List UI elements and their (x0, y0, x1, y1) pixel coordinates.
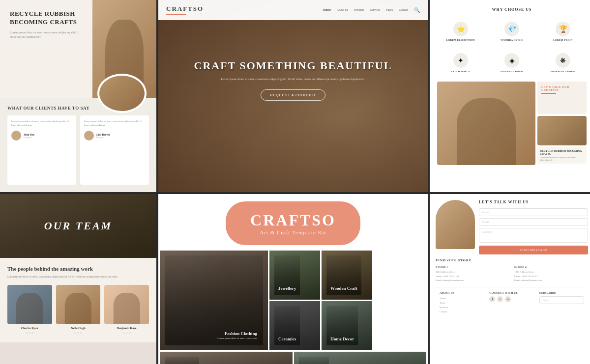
why-item-label-3: ETIAM DOLCE (439, 70, 482, 73)
why-item-2: 🏆 LOREM PROIN (539, 18, 587, 45)
why-item-label-4: VIVERRA LOREM (490, 70, 533, 73)
why-item-1: 💎 VIVERRA QUILIS (488, 18, 535, 45)
form-field-message[interactable]: Message (479, 228, 588, 243)
why-item-0: ⭐ LOREM ELICITATION (437, 18, 484, 45)
ceramics-label-area: Ceramics (274, 306, 300, 345)
product-grid: Fashion Clothing Lorem ipsum dolor sit a… (158, 249, 428, 352)
recycle-testimonials-cell: RECYCLE RUBBISH BECOMING CRAFTS Lorem ip… (0, 0, 156, 192)
form-field-name[interactable]: Name (479, 208, 588, 216)
recycle-right-desc: Lorem ipsum dolor sit amet, consectetur … (540, 156, 584, 161)
team-member-social-2: ○ ○ ○ (104, 331, 149, 335)
store-1-phone: Phone: +001 733-51-61 (436, 275, 509, 279)
leather-label-area: Leather Craft (165, 357, 199, 364)
form-submit-button[interactable]: SEND MESSAGE (479, 246, 588, 254)
why-icon-3: ✦ (453, 53, 468, 68)
nav-links: Home About Us Products Services Pages Co… (324, 7, 420, 13)
product-ceramics: Ceramics (269, 301, 320, 350)
recycle-image-col (92, 0, 156, 98)
footer-social-icons: f t in (489, 296, 534, 302)
nav-link-home[interactable]: Home (324, 8, 331, 11)
hero-cta-button[interactable]: REQUEST A PRODUCT (261, 89, 325, 101)
footer-about-title: ABOUT US (440, 291, 484, 294)
subscribe-form: Email (539, 296, 584, 306)
why-icon-5: ❋ (556, 53, 570, 68)
why-title: WHY CHOOSE US (437, 7, 587, 12)
recycle-right-box: RECYCLE RUBBISH BECOMING CRAFTS Lorem ip… (537, 116, 587, 165)
team-desc: Lorem ipsum dolor sit amet, consectetur … (7, 275, 149, 279)
testimonial-text-1: Lorem ipsum dolor sit amet, consectetur … (11, 119, 72, 127)
contact-studio-image (436, 200, 475, 249)
team-photo-1 (56, 285, 101, 324)
team-member-0: Charles Ryuk ○ ○ ○ (7, 285, 52, 335)
why-icon-2: 🏆 (556, 22, 570, 36)
team-member-social-1: ○ ○ ○ (56, 331, 101, 335)
homedecor-label-area: Home Decor (326, 306, 358, 345)
contact-form-col: LET'S TALK WITH US Name Email Message SE… (479, 200, 588, 254)
store-col-1: STORE 1 1234 Address Street Phone: +001 … (436, 265, 509, 283)
navigation: CRAFTSO Home About Us Products Services … (158, 0, 428, 20)
fashion-label-area: Fashion Clothing Lorem ipsum dolor sit a… (165, 255, 263, 345)
logo-underline (166, 14, 186, 15)
recycle-desc: Lorem ipsum dolor sit amet, consectetur … (10, 30, 83, 39)
store-1-email: Email: admin@domain.com (436, 279, 509, 283)
bottom-products-row: Leather Craft Sculpturing (158, 352, 428, 364)
linkedin-icon[interactable]: in (505, 296, 511, 302)
author-role-1: Designer (24, 136, 34, 139)
contact-area: LET'S TALK WITH US Name Email Message SE… (436, 200, 588, 254)
footer-col-social: CONNECT WITH US f t in (489, 291, 534, 314)
store-title: FIND OUR STORE (436, 258, 588, 262)
footer-subscribe-title: SUBSCRIBE (539, 291, 584, 294)
wooden-label-area: Wooden Craft (326, 255, 361, 295)
team-member-2: Benjamin Kare ○ ○ ○ (104, 285, 149, 335)
nav-link-about[interactable]: About Us (337, 8, 348, 11)
nav-link-services[interactable]: Services (370, 8, 380, 11)
team-inner: OuR TEAM The people behind the amazing w… (0, 194, 156, 364)
team-tagline: The people behind the amazing work (7, 265, 149, 272)
fashion-desc: Lorem ipsum dolor sit amet, consectetur (217, 337, 257, 339)
author-avatar-1 (11, 131, 21, 140)
lets-talk-teaser: LET'S TALK OUR CREATIVE (537, 82, 587, 114)
nav-link-pages[interactable]: Pages (386, 8, 393, 11)
why-icon-0: ⭐ (453, 22, 468, 36)
why-icon-4: ◈ (504, 53, 519, 68)
craft-image-circle (97, 74, 147, 113)
product-leather: Leather Craft (160, 352, 293, 364)
nav-logo: CRAFTSO (166, 5, 204, 15)
homedecor-label: Home Decor (330, 336, 354, 341)
subscribe-input[interactable]: Email (539, 296, 584, 304)
testimonial-card-2: Lorem ipsum dolor sit amet, consectetur … (80, 115, 149, 185)
store-section: FIND OUR STORE STORE 1 1234 Address Stre… (436, 258, 588, 283)
author-name-2: Lisa Brown (96, 133, 110, 136)
product-sculpting: Sculpturing (294, 352, 427, 364)
lets-talk-divider (541, 93, 556, 94)
team-member-name-0: Charles Ryuk (7, 327, 52, 330)
store-2-phone: Phone: +001 733-51-61 (514, 275, 588, 279)
why-item-label-2: LOREM PROIN (541, 39, 585, 41)
footer-section: ABOUT US AboutTeamServicesContact CONNEC… (436, 287, 588, 318)
team-member-1: Nella Hugh ○ ○ ○ (56, 285, 101, 335)
lets-talk-us-title: LET'S TALK WITH US (479, 200, 588, 204)
footer-about-links: AboutTeamServicesContact (440, 296, 484, 314)
facebook-icon[interactable]: f (489, 296, 495, 302)
product-wooden: Wooden Craft (322, 251, 372, 300)
recycle-right-image (537, 116, 587, 145)
search-icon[interactable]: 🔍 (414, 7, 420, 13)
store-1-address: 1234 Address Street (436, 270, 509, 275)
form-field-email[interactable]: Email (479, 218, 588, 226)
twitter-icon[interactable]: t (497, 296, 503, 302)
recycle-right-title: RECYCLE RUBBISH BECOMING CRAFTS (540, 149, 584, 155)
why-item-label-5: PRAESENT LOREM (541, 70, 585, 73)
why-grid: ⭐ LOREM ELICITATION 💎 VIVERRA QUILIS 🏆 L… (437, 18, 587, 77)
ceramics-label: Ceramics (278, 336, 296, 341)
testimonials-section: WHAT OUR CLIENTS HAVE TO SAY Lorem ipsum… (0, 98, 156, 192)
why-item-3: ✦ ETIAM DOLCE (437, 49, 484, 77)
main-grid: RECYCLE RUBBISH BECOMING CRAFTS Lorem ip… (0, 0, 590, 364)
nav-link-contact[interactable]: Contact (399, 8, 408, 11)
wooden-label: Wooden Craft (330, 286, 357, 291)
nav-link-products[interactable]: Products (354, 8, 364, 11)
testimonial-author-1: John Doe Designer (11, 131, 72, 140)
logo-text: CRAFTSO (166, 5, 204, 13)
team-title: OuR TEAM (44, 220, 112, 232)
recycle-section: RECYCLE RUBBISH BECOMING CRAFTS Lorem ip… (0, 0, 156, 98)
badge-tagline: Art & Craft Template Kit (250, 229, 336, 235)
